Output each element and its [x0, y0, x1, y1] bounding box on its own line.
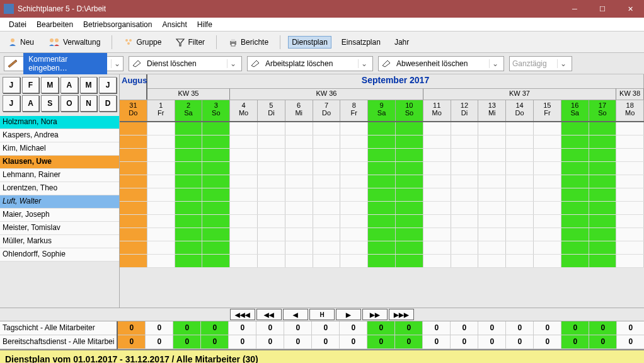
grid-cell[interactable]: [202, 149, 230, 161]
grid-cell[interactable]: [230, 162, 258, 175]
grid-cell[interactable]: [202, 175, 230, 188]
grid-cell[interactable]: [616, 202, 644, 214]
berichte-button[interactable]: Berichte: [224, 35, 272, 49]
grid-cell[interactable]: [313, 135, 341, 148]
grid-cell[interactable]: [120, 149, 147, 161]
grid-cell[interactable]: [396, 202, 423, 214]
menu-ansicht[interactable]: Ansicht: [157, 19, 192, 30]
grid-cell[interactable]: [506, 188, 534, 201]
minimize-button[interactable]: ─: [561, 0, 589, 18]
day-header[interactable]: 5Di: [258, 100, 285, 121]
grid-cell[interactable]: [534, 175, 561, 188]
grid-cell[interactable]: [175, 135, 203, 148]
grid-cell[interactable]: [451, 255, 479, 267]
month-button[interactable]: J: [99, 77, 117, 93]
grid-cell[interactable]: [147, 241, 175, 254]
grid-cell[interactable]: [589, 202, 617, 214]
grid-cell[interactable]: [120, 135, 147, 148]
grid-cell[interactable]: [313, 188, 341, 201]
grid-cell[interactable]: [120, 255, 147, 267]
employee-row[interactable]: Lehmann, Rainer: [0, 169, 119, 182]
grid-cell[interactable]: [478, 255, 506, 267]
nav-next[interactable]: ▶: [336, 309, 361, 320]
day-header[interactable]: 2Sa: [175, 100, 203, 121]
maximize-button[interactable]: ☐: [589, 0, 616, 18]
grid-cell[interactable]: [506, 175, 534, 188]
day-header[interactable]: 8Fr: [340, 100, 368, 121]
menu-betriebsorganisation[interactable]: Betriebsorganisation: [78, 19, 157, 30]
grid-cell[interactable]: [285, 175, 313, 188]
grid-cell[interactable]: [478, 162, 506, 175]
grid-cell[interactable]: [230, 202, 258, 214]
grid-cell[interactable]: [258, 135, 285, 148]
employee-row[interactable]: Lorentzen, Theo: [0, 182, 119, 195]
grid-cell[interactable]: [396, 241, 423, 254]
month-button[interactable]: M: [41, 77, 59, 93]
grid-cell[interactable]: [506, 135, 534, 148]
grid-cell[interactable]: [451, 175, 479, 188]
grid-cell[interactable]: [258, 162, 285, 175]
close-button[interactable]: ✕: [616, 0, 644, 18]
employee-row[interactable]: Meister, Tomislav: [0, 222, 119, 235]
grid-cell[interactable]: [258, 255, 285, 267]
grid-cell[interactable]: [451, 135, 479, 148]
grid-cell[interactable]: [506, 149, 534, 161]
employee-row[interactable]: Luft, Walter: [0, 195, 119, 209]
grid-cell[interactable]: [147, 122, 175, 135]
grid-cell[interactable]: [120, 215, 147, 228]
grid-cell[interactable]: [175, 228, 203, 241]
grid-cell[interactable]: [396, 188, 423, 201]
day-header[interactable]: 15Fr: [534, 100, 561, 121]
grid-cell[interactable]: [340, 228, 368, 241]
grid-cell[interactable]: [313, 122, 341, 135]
grid-cell[interactable]: [589, 162, 617, 175]
grid-cell[interactable]: [230, 122, 258, 135]
day-header[interactable]: 17So: [589, 100, 617, 121]
grid-cell[interactable]: [147, 149, 175, 161]
day-header[interactable]: 3So: [202, 100, 230, 121]
grid-cell[interactable]: [230, 228, 258, 241]
grid-cell[interactable]: [616, 175, 644, 188]
employee-row[interactable]: Kaspers, Andrea: [0, 129, 119, 142]
employee-row[interactable]: Ohlendorff, Sophie: [0, 248, 119, 262]
grid-cell[interactable]: [368, 188, 396, 201]
month-button[interactable]: D: [99, 95, 117, 112]
grid-cell[interactable]: [285, 202, 313, 214]
grid-cell[interactable]: [616, 162, 644, 175]
grid-cell[interactable]: [202, 228, 230, 241]
grid-cell[interactable]: [534, 202, 561, 214]
grid-cell[interactable]: [285, 122, 313, 135]
grid-cell[interactable]: [147, 202, 175, 214]
day-header[interactable]: 31Do: [120, 100, 147, 121]
grid-cell[interactable]: [175, 149, 203, 161]
grid-cell[interactable]: [423, 149, 451, 161]
day-header[interactable]: 14Do: [506, 100, 534, 121]
grid-cell[interactable]: [202, 215, 230, 228]
grid-cell[interactable]: [423, 241, 451, 254]
grid-cell[interactable]: [120, 228, 147, 241]
grid-cell[interactable]: [396, 149, 423, 161]
grid-cell[interactable]: [561, 228, 589, 241]
grid-cell[interactable]: [506, 122, 534, 135]
grid-cell[interactable]: [561, 135, 589, 148]
grid-cell[interactable]: [340, 241, 368, 254]
grid-cell[interactable]: [147, 255, 175, 267]
nav-last[interactable]: ▶▶▶: [389, 309, 414, 320]
grid-cell[interactable]: [202, 135, 230, 148]
grid-cell[interactable]: [589, 241, 617, 254]
grid-cell[interactable]: [258, 175, 285, 188]
grid-cell[interactable]: [534, 162, 561, 175]
grid-cell[interactable]: [147, 228, 175, 241]
grid-cell[interactable]: [561, 255, 589, 267]
grid-cell[interactable]: [285, 149, 313, 161]
grid-cell[interactable]: [202, 202, 230, 214]
menu-datei[interactable]: Datei: [4, 19, 32, 30]
grid-cell[interactable]: [368, 162, 396, 175]
grid-cell[interactable]: [313, 228, 341, 241]
grid-cell[interactable]: [230, 149, 258, 161]
grid-cell[interactable]: [478, 122, 506, 135]
grid-cell[interactable]: [230, 255, 258, 267]
employee-row[interactable]: Maier, Joseph: [0, 209, 119, 222]
grid-cell[interactable]: [258, 149, 285, 161]
grid-cell[interactable]: [451, 162, 479, 175]
